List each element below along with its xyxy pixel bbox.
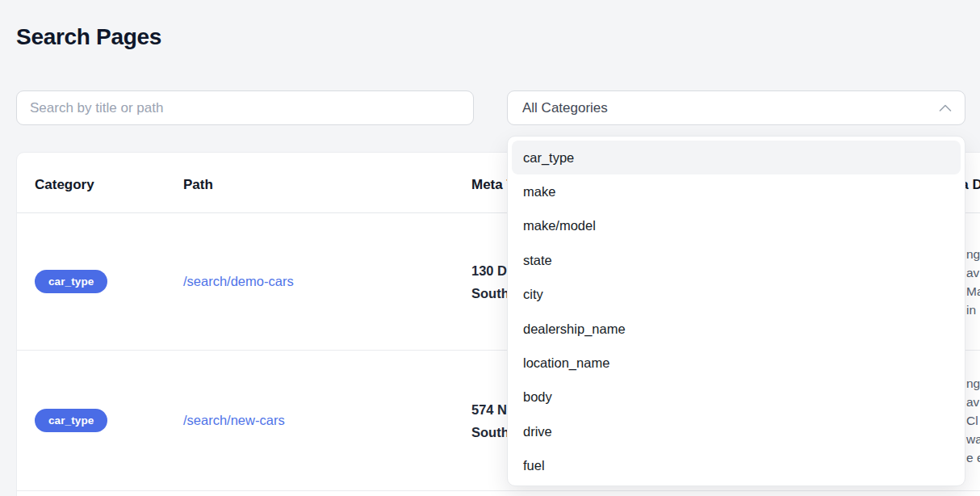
dropdown-option-dealership-name[interactable]: dealership_name: [512, 312, 961, 346]
column-header-path: Path: [183, 158, 213, 212]
page-title: Search Pages: [16, 24, 161, 50]
category-select[interactable]: All Categories: [507, 90, 965, 125]
column-header-category: Category: [35, 158, 94, 212]
dropdown-option-body[interactable]: body: [512, 380, 961, 414]
chevron-up-icon: [939, 103, 952, 112]
meta-title-line: South: [471, 282, 509, 305]
category-cell: car_type: [35, 351, 107, 490]
meta-title-line: 574 N: [471, 398, 507, 421]
table-row: [17, 491, 980, 496]
dropdown-option-car-type[interactable]: car_type: [512, 141, 961, 174]
path-link[interactable]: /search/demo-cars: [183, 274, 294, 289]
dropdown-option-state[interactable]: state: [512, 243, 961, 277]
dropdown-option-fuel[interactable]: fuel: [512, 449, 961, 483]
meta-title-line: 130 D: [471, 259, 507, 282]
meta-title-cell: 130 D South: [471, 213, 509, 350]
path-cell: /search/new-cars: [183, 351, 285, 490]
dropdown-option-drive[interactable]: drive: [512, 414, 961, 448]
path-link[interactable]: /search/new-cars: [183, 413, 285, 428]
category-badge: car_type: [35, 409, 107, 433]
category-cell: car_type: [35, 213, 107, 350]
search-input[interactable]: [16, 90, 474, 125]
dropdown-option-make-model[interactable]: make/model: [512, 209, 961, 243]
meta-title-line: South: [471, 421, 509, 443]
category-badge: car_type: [35, 270, 107, 294]
category-select-value: All Categories: [522, 100, 608, 116]
dropdown-option-city[interactable]: city: [512, 278, 961, 312]
dropdown-option-make[interactable]: make: [512, 174, 961, 208]
category-dropdown-menu: car_type make make/model state city deal…: [507, 136, 965, 486]
path-cell: /search/demo-cars: [183, 213, 294, 350]
dropdown-option-location-name[interactable]: location_name: [512, 346, 961, 380]
meta-title-cell: 574 N South: [471, 351, 509, 490]
